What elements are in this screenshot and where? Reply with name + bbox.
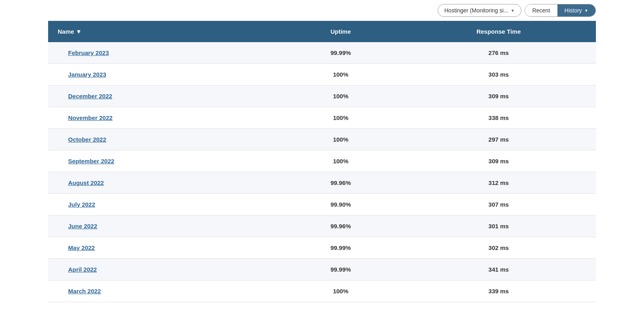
row-name-link[interactable]: July 2022 (68, 201, 95, 208)
cell-name: April 2022 (48, 259, 280, 280)
row-name-link[interactable]: March 2022 (68, 288, 101, 295)
cell-name: November 2022 (48, 107, 280, 129)
history-table: Name ▼ Uptime Response Time February 202… (48, 21, 596, 302)
cell-response-time: 339 ms (401, 280, 596, 302)
cell-uptime: 99.96% (280, 215, 402, 237)
table-row: August 202299.96%312 ms (48, 172, 596, 194)
cell-name: August 2022 (48, 172, 280, 194)
history-chevron: ▼ (584, 8, 588, 13)
cell-response-time: 276 ms (401, 42, 596, 64)
cell-response-time: 338 ms (401, 107, 596, 129)
col-name: Name ▼ (48, 21, 280, 42)
monitor-dropdown-chevron: ▼ (511, 8, 515, 13)
row-name-link[interactable]: October 2022 (68, 136, 106, 143)
cell-uptime: 100% (280, 280, 402, 302)
cell-uptime: 100% (280, 85, 402, 107)
table-row: April 202299.99%341 ms (48, 259, 596, 280)
table-row: October 2022100%297 ms (48, 129, 596, 150)
cell-name: December 2022 (48, 85, 280, 107)
table-row: July 202299.90%307 ms (48, 194, 596, 215)
row-name-link[interactable]: January 2023 (68, 71, 106, 78)
cell-uptime: 99.99% (280, 42, 402, 64)
row-name-link[interactable]: November 2022 (68, 114, 113, 121)
cell-response-time: 341 ms (401, 259, 596, 280)
cell-response-time: 302 ms (401, 237, 596, 259)
monitor-dropdown-label: Hostinger (Monitoring si... (444, 7, 509, 14)
table-row: March 2022100%339 ms (48, 280, 596, 302)
cell-uptime: 99.99% (280, 259, 402, 280)
row-name-link[interactable]: February 2023 (68, 49, 109, 56)
cell-response-time: 297 ms (401, 129, 596, 150)
cell-name: March 2022 (48, 280, 280, 302)
view-tab-group: Recent History ▼ (525, 4, 596, 17)
row-name-link[interactable]: August 2022 (68, 179, 104, 186)
row-name-link[interactable]: April 2022 (68, 266, 97, 273)
cell-uptime: 100% (280, 150, 402, 172)
top-bar: Hostinger (Monitoring si... ▼ Recent His… (0, 0, 644, 21)
cell-response-time: 309 ms (401, 85, 596, 107)
cell-name: July 2022 (48, 194, 280, 215)
cell-response-time: 303 ms (401, 64, 596, 85)
col-uptime: Uptime (280, 21, 402, 42)
cell-response-time: 309 ms (401, 150, 596, 172)
cell-name: May 2022 (48, 237, 280, 259)
cell-response-time: 307 ms (401, 194, 596, 215)
cell-name: February 2023 (48, 42, 280, 64)
table-row: May 202299.99%302 ms (48, 237, 596, 259)
main-table-container: Name ▼ Uptime Response Time February 202… (48, 21, 596, 302)
row-name-link[interactable]: May 2022 (68, 244, 95, 251)
monitor-dropdown[interactable]: Hostinger (Monitoring si... ▼ (438, 4, 521, 17)
cell-uptime: 99.96% (280, 172, 402, 194)
row-name-link[interactable]: September 2022 (68, 158, 114, 165)
col-response-time: Response Time (401, 21, 596, 42)
table-row: June 202299.96%301 ms (48, 215, 596, 237)
table-row: December 2022100%309 ms (48, 85, 596, 107)
row-name-link[interactable]: December 2022 (68, 93, 112, 100)
tab-recent[interactable]: Recent (525, 4, 557, 16)
cell-uptime: 100% (280, 64, 402, 85)
table-header-row: Name ▼ Uptime Response Time (48, 21, 596, 42)
cell-uptime: 100% (280, 107, 402, 129)
cell-uptime: 99.90% (280, 194, 402, 215)
row-name-link[interactable]: June 2022 (68, 223, 97, 230)
table-row: September 2022100%309 ms (48, 150, 596, 172)
cell-name: June 2022 (48, 215, 280, 237)
cell-uptime: 99.99% (280, 237, 402, 259)
tab-history[interactable]: History ▼ (557, 4, 596, 16)
table-row: January 2023100%303 ms (48, 64, 596, 85)
cell-uptime: 100% (280, 129, 402, 150)
cell-name: September 2022 (48, 150, 280, 172)
table-row: November 2022100%338 ms (48, 107, 596, 129)
cell-name: January 2023 (48, 64, 280, 85)
cell-name: October 2022 (48, 129, 280, 150)
table-row: February 202399.99%276 ms (48, 42, 596, 64)
cell-response-time: 312 ms (401, 172, 596, 194)
cell-response-time: 301 ms (401, 215, 596, 237)
